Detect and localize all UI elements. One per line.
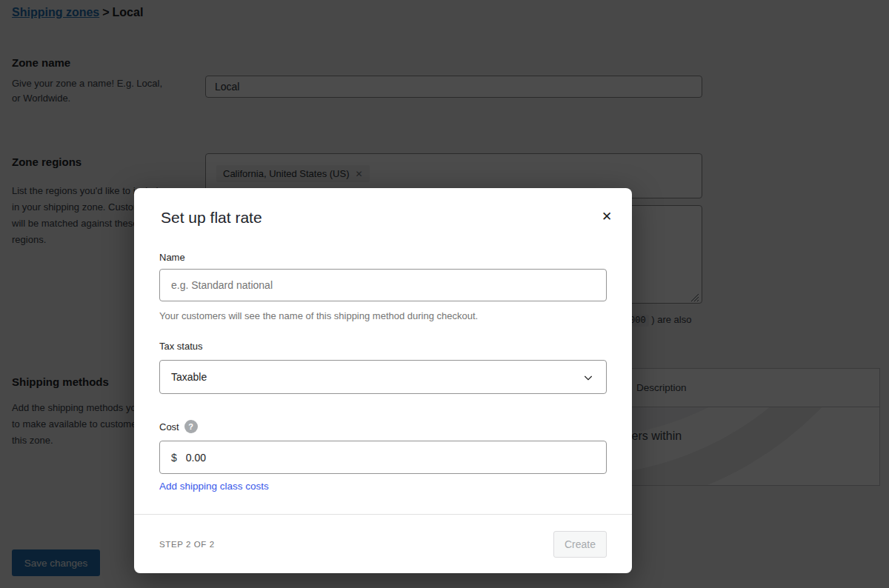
cost-input[interactable]: $ (159, 441, 607, 474)
cost-label-row: Cost ? (159, 420, 198, 433)
step-indicator: STEP 2 OF 2 (159, 540, 215, 549)
tax-status-label: Tax status (159, 341, 203, 352)
modal-title: Set up flat rate (161, 209, 262, 227)
method-name-input[interactable] (159, 269, 607, 301)
close-icon[interactable]: ✕ (596, 206, 617, 227)
cost-label: Cost (159, 421, 179, 432)
tax-status-value: Taxable (171, 371, 207, 383)
help-icon[interactable]: ? (184, 420, 198, 433)
chevron-down-icon (582, 372, 594, 384)
create-button[interactable]: Create (553, 531, 607, 558)
tax-status-select[interactable]: Taxable (159, 360, 607, 394)
name-help-text: Your customers will see the name of this… (159, 310, 478, 321)
cost-value-input[interactable] (186, 452, 334, 464)
name-field-label: Name (159, 252, 185, 263)
currency-symbol: $ (171, 452, 177, 464)
add-shipping-class-costs-link[interactable]: Add shipping class costs (159, 481, 269, 492)
modal-footer: STEP 2 OF 2 Create (134, 514, 632, 573)
setup-flat-rate-modal: Set up flat rate ✕ Name Your customers w… (134, 188, 632, 573)
